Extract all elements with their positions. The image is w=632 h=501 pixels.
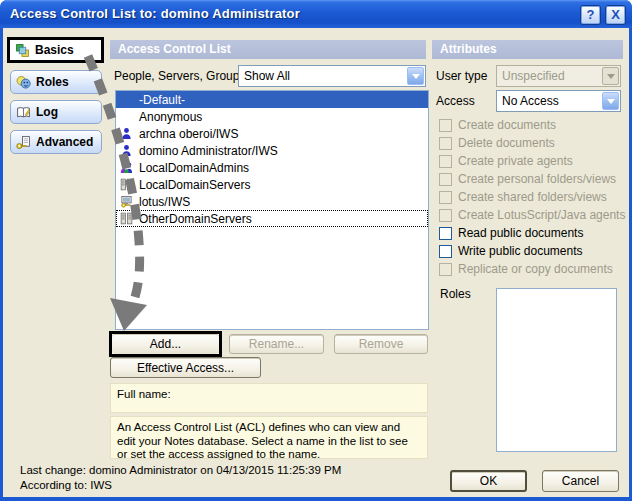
- permission-row: Create private agents: [439, 152, 625, 170]
- filter-dropdown[interactable]: Show All: [238, 65, 426, 87]
- checkbox: [439, 119, 452, 132]
- list-item[interactable]: Anonymous: [116, 108, 428, 125]
- window-title: Access Control List to: domino Administr…: [10, 6, 300, 21]
- full-name-label: Full name:: [111, 384, 427, 406]
- help-button[interactable]: ?: [580, 5, 601, 25]
- roles-listbox[interactable]: [496, 288, 617, 452]
- permission-row: Replicate or copy documents: [439, 260, 625, 278]
- filter-label: People, Servers, Groups: [114, 69, 245, 83]
- attributes-panel-header: Attributes: [432, 40, 623, 59]
- list-item[interactable]: domino Administrator/IWS: [116, 142, 428, 159]
- permission-row: Create documents: [439, 116, 625, 134]
- checkbox: [439, 263, 452, 276]
- chevron-down-icon[interactable]: [602, 92, 619, 110]
- sidebar-item-label: Advanced: [36, 135, 93, 149]
- sidebar-item-roles[interactable]: Roles: [10, 70, 102, 94]
- servers-icon: [120, 212, 136, 226]
- list-item[interactable]: LocalDomainAdmins: [116, 159, 428, 176]
- checkbox-label: Create documents: [458, 118, 556, 132]
- person-icon: [120, 144, 136, 158]
- list-item-label: LocalDomainAdmins: [136, 161, 249, 175]
- checkbox-label: Read public documents: [458, 226, 583, 240]
- checkbox-label: Create LotusScript/Java agents: [458, 208, 625, 222]
- ok-button[interactable]: OK: [450, 470, 527, 492]
- sidebar-item-basics[interactable]: Basics: [10, 40, 101, 60]
- list-item-label: OtherDomainServers: [136, 212, 252, 226]
- permission-row: Delete documents: [439, 134, 625, 152]
- checkbox-label: Delete documents: [458, 136, 555, 150]
- user-type-label: User type: [436, 69, 487, 83]
- effective-access-button[interactable]: Effective Access...: [110, 357, 261, 378]
- add-button[interactable]: Add...: [112, 334, 219, 354]
- according-to-text: According to: IWS: [20, 479, 112, 491]
- rename-button[interactable]: Rename...: [229, 334, 324, 354]
- key-document-icon: [16, 135, 31, 150]
- chevron-down-icon[interactable]: [407, 67, 424, 85]
- checkbox: [439, 191, 452, 204]
- sidebar-item-label: Basics: [35, 43, 74, 57]
- dialog-body: BasicsRolesLogAdvanced Access Control Li…: [3, 28, 629, 497]
- close-button[interactable]: X: [605, 5, 626, 25]
- acl-dialog-window: Access Control List to: domino Administr…: [0, 0, 632, 501]
- full-name-box: Full name:: [110, 383, 428, 413]
- access-value: No Access: [497, 94, 602, 108]
- chevron-down-icon: [602, 67, 619, 85]
- access-label: Access: [436, 94, 475, 108]
- permission-row: Create shared folders/views: [439, 188, 625, 206]
- title-bar[interactable]: Access Control List to: domino Administr…: [0, 0, 632, 28]
- checkbox-label: Replicate or copy documents: [458, 262, 613, 276]
- list-item-label: domino Administrator/IWS: [136, 144, 278, 158]
- sidebar-item-label: Log: [36, 105, 58, 119]
- masks-icon: [16, 75, 31, 90]
- checkbox: [439, 209, 452, 222]
- permission-row: Write public documents: [439, 242, 625, 260]
- checkbox-label: Write public documents: [458, 244, 583, 258]
- servers-icon: [120, 178, 136, 192]
- acl-description-text: An Access Control List (ACL) defines who…: [111, 417, 427, 466]
- permission-row: Create LotusScript/Java agents: [439, 206, 625, 224]
- last-change-text: Last change: domino Administrator on 04/…: [20, 464, 341, 476]
- permissions-checkbox-list: Create documentsDelete documentsCreate p…: [439, 116, 625, 278]
- list-item[interactable]: lotus/IWS: [116, 193, 428, 210]
- none: [120, 110, 136, 124]
- list-item[interactable]: -Default-: [116, 91, 428, 108]
- list-item-label: lotus/IWS: [136, 195, 190, 209]
- add-button-annotation: Add...: [109, 331, 222, 357]
- group-icon: [120, 161, 136, 175]
- user-type-value: Unspecified: [497, 69, 602, 83]
- checkbox[interactable]: [439, 245, 452, 258]
- cubes-icon: [15, 43, 30, 58]
- checkbox[interactable]: [439, 227, 452, 240]
- acl-member-list[interactable]: -Default-Anonymousarchna oberoi/IWSdomin…: [115, 90, 429, 330]
- filter-dropdown-value: Show All: [239, 69, 407, 83]
- checkbox-label: Create shared folders/views: [458, 190, 607, 204]
- checkbox-label: Create private agents: [458, 154, 573, 168]
- cancel-button[interactable]: Cancel: [542, 470, 619, 492]
- list-item-label: archna oberoi/IWS: [136, 127, 238, 141]
- book-pencil-icon: [16, 105, 31, 120]
- list-item[interactable]: OtherDomainServers: [116, 210, 428, 227]
- sidebar-item-label: Roles: [36, 75, 69, 89]
- permission-row: Create personal folders/views: [439, 170, 625, 188]
- list-item-label: -Default-: [136, 93, 185, 107]
- roles-label: Roles: [440, 287, 471, 301]
- acl-description-box: An Access Control List (ACL) defines who…: [110, 416, 428, 459]
- none: [120, 93, 136, 107]
- access-dropdown[interactable]: No Access: [496, 90, 621, 112]
- checkbox-label: Create personal folders/views: [458, 172, 616, 186]
- sidebar-item-log[interactable]: Log: [10, 100, 102, 124]
- checkbox: [439, 155, 452, 168]
- list-item-label: Anonymous: [136, 110, 202, 124]
- sidebar-item-annotation: Basics: [7, 37, 104, 63]
- user-type-dropdown[interactable]: Unspecified: [496, 65, 621, 87]
- remove-button[interactable]: Remove: [334, 334, 428, 354]
- sidebar-item-advanced[interactable]: Advanced: [10, 130, 102, 154]
- server-key-icon: [120, 195, 136, 209]
- checkbox: [439, 137, 452, 150]
- permission-row: Read public documents: [439, 224, 625, 242]
- checkbox: [439, 173, 452, 186]
- list-item[interactable]: LocalDomainServers: [116, 176, 428, 193]
- list-item[interactable]: archna oberoi/IWS: [116, 125, 428, 142]
- person-icon: [120, 127, 136, 141]
- acl-panel-header: Access Control List: [110, 40, 426, 59]
